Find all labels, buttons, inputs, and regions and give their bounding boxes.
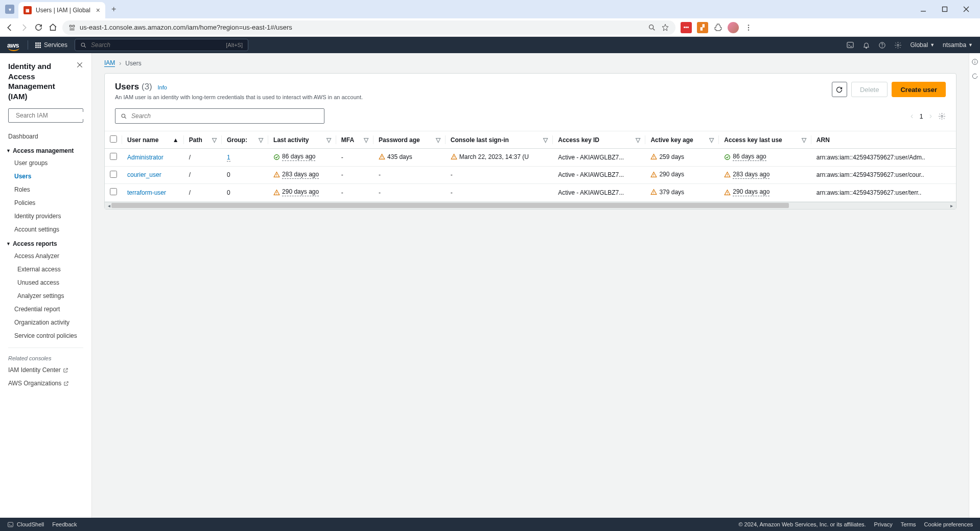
sidebar-item-dashboard[interactable]: Dashboard [0,130,91,143]
sidebar-close-icon[interactable] [76,61,83,68]
col-active-key-age[interactable]: Active key age▽ [645,131,719,149]
scroll-left-icon[interactable]: ◂ [107,203,111,209]
nav-forward-icon[interactable] [19,23,29,32]
help-icon[interactable] [878,41,886,49]
sidebar-item-unused-access[interactable]: Unused access [0,276,91,289]
cell-last-activity: 283 days ago [268,166,336,184]
aws-services-menu[interactable]: Services [35,41,67,49]
delete-button[interactable]: Delete [851,82,888,97]
row-checkbox[interactable] [110,171,117,178]
page-next-icon[interactable]: › [929,111,932,121]
refresh-button[interactable] [832,82,847,97]
sidebar-item-organization-activity[interactable]: Organization activity [0,316,91,329]
extensions-icon[interactable] [713,23,722,32]
refresh-panel-icon[interactable] [971,73,978,80]
sidebar-section-access-reports[interactable]: ▼Access reports [0,236,91,249]
user-link[interactable]: terraform-user [127,189,166,196]
site-settings-icon[interactable] [68,24,76,31]
sidebar-search[interactable] [8,108,83,123]
sidebar-item-external-access[interactable]: External access [0,263,91,276]
page-prev-icon[interactable]: ‹ [911,111,913,121]
footer-cookies[interactable]: Cookie preferences [924,521,973,527]
scrollbar-thumb[interactable] [111,203,789,208]
sidebar-item-users[interactable]: Users [0,170,91,183]
sidebar-item-aws-organizations[interactable]: AWS Organizations [0,377,91,390]
sidebar-item-service-control-policies[interactable]: Service control policies [0,329,91,342]
aws-global-search[interactable]: [Alt+S] [75,39,248,51]
col-path[interactable]: Path▽ [184,131,222,149]
cell-last-activity: 290 days ago [268,184,336,202]
profile-avatar-icon[interactable] [728,22,739,33]
scroll-right-icon[interactable]: ▸ [949,203,954,209]
svg-point-30 [454,158,454,158]
col-user-name[interactable]: User name▲ [122,131,184,149]
tab-list-dropdown[interactable]: ▾ [5,5,14,14]
browser-tab[interactable]: ▦ Users | IAM | Global × [18,2,105,18]
extension-icon-2[interactable]: ▞ [697,22,708,33]
aws-search-input[interactable] [91,41,222,49]
footer-feedback[interactable]: Feedback [52,521,77,527]
sidebar-search-input[interactable] [16,112,92,119]
zoom-icon[interactable] [648,24,656,32]
svg-point-32 [654,158,654,158]
col-mfa[interactable]: MFA▽ [336,131,374,149]
col-console-signin[interactable]: Console last sign-in▽ [446,131,553,149]
horizontal-scrollbar[interactable]: ◂ ▸ [105,202,956,209]
nav-back-icon[interactable] [5,23,14,32]
cell-password-age: 435 days [374,149,446,167]
search-icon [80,42,87,49]
user-link[interactable]: courier_user [127,171,161,178]
sidebar-item-roles[interactable]: Roles [0,183,91,196]
bookmark-star-icon[interactable] [661,24,669,32]
notifications-icon[interactable] [862,41,870,49]
footer-privacy[interactable]: Privacy [874,521,893,527]
nav-home-icon[interactable] [48,23,57,32]
info-panel-icon[interactable] [971,58,978,65]
tab-close-icon[interactable]: × [96,6,100,14]
info-link[interactable]: Info [158,84,167,90]
sidebar-item-iam-identity-center[interactable]: IAM Identity Center [0,363,91,377]
sidebar-item-policies[interactable]: Policies [0,196,91,210]
window-minimize-icon[interactable] [920,6,927,13]
window-maximize-icon[interactable] [941,6,948,13]
settings-icon[interactable] [894,41,902,49]
user-link[interactable]: Administrator [127,154,164,161]
col-access-key-id[interactable]: Access key ID▽ [553,131,645,149]
url-bar[interactable]: us-east-1.console.aws.amazon.com/iam/hom… [62,20,675,35]
col-last-activity[interactable]: Last activity▽ [268,131,336,149]
account-menu[interactable]: ntsamba ▼ [943,41,973,49]
row-checkbox[interactable] [110,188,117,195]
footer-cloudshell[interactable]: CloudShell [7,521,44,528]
table-search[interactable] [115,108,324,124]
search-shortcut: [Alt+S] [226,42,243,48]
sidebar-item-account-settings[interactable]: Account settings [0,223,91,236]
cloudshell-icon[interactable] [846,41,854,49]
aws-logo[interactable]: aws [7,41,20,49]
select-all-checkbox[interactable] [110,135,117,143]
col-groups[interactable]: Group:▽ [222,131,268,149]
browser-menu-icon[interactable] [744,23,753,32]
footer-terms[interactable]: Terms [901,521,916,527]
sidebar-item-analyzer-settings[interactable]: Analyzer settings [0,289,91,303]
table-search-input[interactable] [131,112,319,120]
groups-link[interactable]: 1 [227,154,230,161]
svg-point-23 [122,114,125,118]
sidebar-section-access-management[interactable]: ▼Access management [0,143,91,156]
new-tab-button[interactable]: + [111,5,116,14]
extension-icon-1[interactable]: ••• [681,22,692,33]
svg-point-39 [727,176,728,176]
region-selector[interactable]: Global ▼ [910,41,935,49]
table-preferences-icon[interactable] [938,112,946,120]
sidebar-item-user-groups[interactable]: User groups [0,156,91,170]
sidebar-item-identity-providers[interactable]: Identity providers [0,210,91,223]
row-checkbox[interactable] [110,153,117,160]
col-access-key-last-used[interactable]: Access key last use▽ [719,131,811,149]
col-arn[interactable]: ARN [811,131,956,149]
col-password-age[interactable]: Password age▽ [374,131,446,149]
sidebar-item-credential-report[interactable]: Credential report [0,303,91,316]
window-close-icon[interactable] [963,6,970,13]
sidebar-item-access-analyzer[interactable]: Access Analyzer [0,249,91,263]
nav-reload-icon[interactable] [34,23,43,32]
create-user-button[interactable]: Create user [892,82,946,97]
breadcrumb-root[interactable]: IAM [104,59,115,67]
